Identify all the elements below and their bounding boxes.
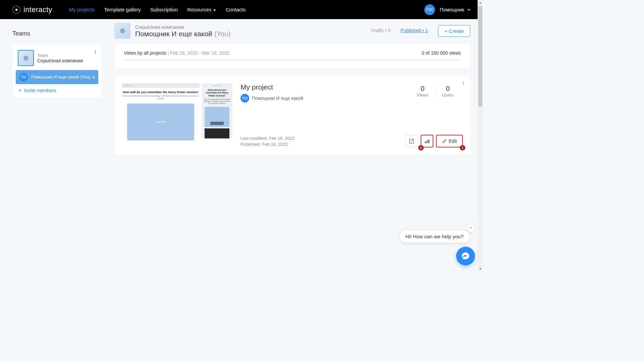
author-avatar: ПИ [240,94,249,103]
caret-down-icon: ▼ [212,8,216,12]
member-name: Помощник И еще какой (You) [31,74,92,80]
chat-bubble[interactable]: Hi! How can we help you? [399,230,470,243]
views-label: Views by all projects [124,50,166,56]
preview-mobile: How well do you remember the Harry Potte… [202,83,232,138]
nav-resources-label: Resources [187,7,211,12]
project-author: ПИ Помощник И еще какой [240,94,410,103]
team-label: Team [37,53,83,58]
published-link[interactable]: Published • 1 [400,28,428,33]
header-bar: interacty My projects Template gallery S… [0,0,483,19]
plus-icon: + [18,87,21,94]
member-count: 4 [92,74,95,80]
author-name: Помощник И еще какой [252,96,303,101]
pencil-icon [442,139,447,143]
invite-label: Invite members [24,88,56,93]
chat-fab-button[interactable] [456,247,475,265]
header-right: ПИ Помощник [424,4,471,15]
stat-views-num: 0 [417,84,428,93]
nav-my-projects[interactable]: My projects [69,7,95,12]
user-menu[interactable]: Помощник [440,7,471,12]
bar-chart-icon [424,138,430,144]
views-progress-bar [124,59,461,61]
messenger-icon [461,251,470,261]
scrollbar-thumb[interactable] [478,6,482,107]
nav-resources[interactable]: Resources ▼ [187,7,216,12]
preview-mobile-image [205,128,229,138]
teams-box: Team Серьёзная компания ••• ПИ Помощник … [12,45,102,98]
open-external-button[interactable] [405,135,418,147]
views-summary-card: Views by all projects | Feb 16, 2022 - M… [114,44,470,68]
nav-template-gallery[interactable]: Template gallery [104,7,141,12]
preview-desktop-title: How well do you remember the Harry Potte… [123,90,199,94]
stat-users-label: Users [442,93,453,98]
svg-rect-2 [425,141,426,143]
stat-views: 0 Views [410,84,435,98]
project-meta: Last modified: Feb 16, 2022 Published: F… [240,135,410,147]
preview-mobile-title: How well do you remember the Harry Potte… [203,89,231,97]
user-name: Помощник [440,7,464,12]
main-nav: My projects Template gallery Subscriptio… [69,7,246,12]
main-header: Серьёзная компания Помощник И еще какой … [114,23,470,39]
views-date-range: | Feb 16, 2022 - Mar 16, 2022 [167,50,229,56]
you-label: (You) [214,30,231,38]
person-name-text: Помощник И еще какой [135,30,212,38]
user-avatar[interactable]: ПИ [424,4,435,15]
invite-members-button[interactable]: + Invite members [16,84,98,95]
stat-users: 0 Users [435,84,460,98]
main-head-text: Серьёзная компания Помощник И еще какой … [135,24,371,38]
preview-mobile-sub: Can you remember who this quote belongs … [203,98,231,104]
logo-icon [12,5,21,14]
svg-point-1 [15,9,17,11]
chevron-down-icon [467,8,471,12]
svg-rect-4 [428,139,429,143]
person-name: Помощник И еще какой (You) [135,30,371,38]
preview-desktop-sub: Can you remember who this quote belongs … [122,95,200,100]
project-preview: How well do you remember the Harry Potte… [122,83,232,154]
chat-close-button[interactable]: − [467,224,475,232]
preview-desktop-card: Front text [127,104,194,140]
team-card[interactable]: Team Серьёзная компания ••• [16,48,98,68]
company-name: Серьёзная компания [135,24,371,30]
published-date: Published: Feb 16, 2022 [240,141,410,147]
edit-label: Edit [449,138,457,144]
logo[interactable]: interacty [12,5,52,14]
create-button[interactable]: + Create [438,25,470,37]
views-label-row: Views by all projects | Feb 16, 2022 - M… [124,50,229,56]
scroll-down-arrow-icon[interactable]: ▼ [478,266,483,272]
drafts-stat: Drafts • 3 [371,28,390,33]
nav-contacts[interactable]: Contacts [226,7,246,12]
team-more-icon[interactable]: ••• [95,50,96,54]
last-modified: Last modified: Feb 16, 2022 [240,135,410,141]
project-card: ••• How well do you remember the Harry P… [114,76,470,155]
stat-users-num: 0 [442,84,453,93]
header-stats: Drafts • 3 Published • 1 [371,28,428,34]
scroll-up-arrow-icon[interactable]: ▲ [478,0,483,5]
logo-text: interacty [23,5,52,14]
member-card-selected[interactable]: ПИ Помощник И еще какой (You) 4 [16,70,98,84]
project-card-body: My project ПИ Помощник И еще какой Last … [240,83,410,147]
project-more-icon[interactable]: ••• [463,81,464,85]
browser-bar [122,83,200,88]
project-title[interactable]: My project [240,83,410,91]
annotation-badge-1: 1 [460,145,465,150]
views-count: 0 of 150 000 views [422,50,461,56]
main-thumbnail [114,23,130,39]
team-thumbnail [18,50,34,66]
sidebar: Teams Team Серьёзная компания ••• ПИ Пом… [12,30,102,98]
svg-rect-3 [427,140,428,143]
nav-subscription[interactable]: Subscription [150,7,178,12]
edit-button[interactable]: Edit [436,135,463,147]
project-actions: 2 Edit 1 [405,135,463,147]
preview-mobile-card [205,107,229,127]
sidebar-title: Teams [12,30,102,37]
member-avatar: ПИ [19,73,28,81]
team-name: Серьёзная компания [37,58,83,63]
main-content: Серьёзная компания Помощник И еще какой … [114,23,470,155]
stat-views-label: Views [417,93,428,98]
annotation-badge-2: 2 [418,145,424,150]
vertical-scrollbar[interactable]: ▲ ▼ [478,0,483,272]
preview-desktop: How well do you remember the Harry Potte… [122,83,200,140]
external-link-icon [409,138,414,144]
